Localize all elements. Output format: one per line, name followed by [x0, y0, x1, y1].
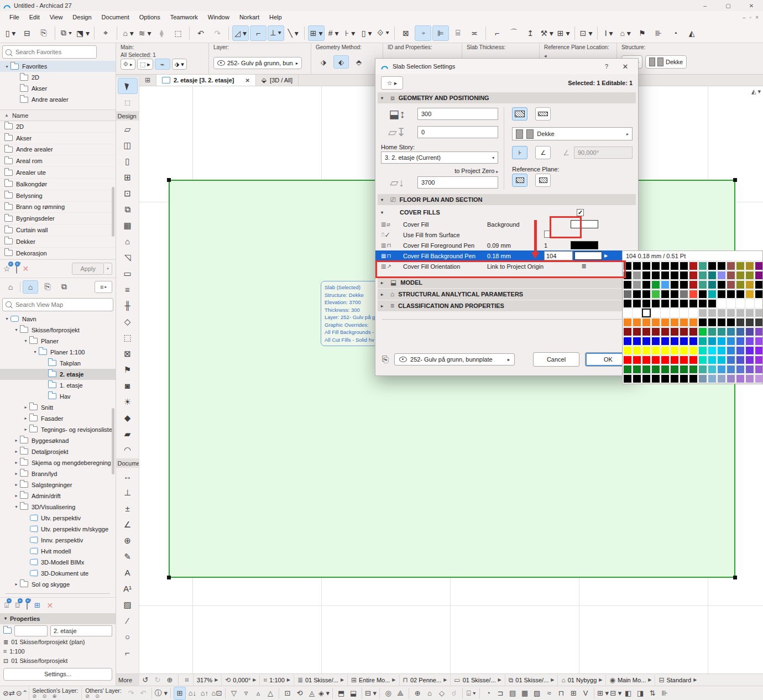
- view-id-field[interactable]: [14, 625, 48, 636]
- palette-swatch[interactable]: [680, 337, 688, 346]
- delete-button[interactable]: ✕: [23, 264, 29, 273]
- expand-icon[interactable]: ▸: [13, 493, 20, 498]
- add-folder-button[interactable]: [16, 264, 17, 273]
- minimize-button[interactable]: –: [693, 0, 717, 11]
- toolbar-button[interactable]: ⧫: [154, 26, 169, 40]
- fill-swatch[interactable]: [571, 220, 598, 228]
- cover-fills-subsection[interactable]: ▾ COVER FILLS ✓: [375, 206, 638, 219]
- favorites-item[interactable]: 2D: [0, 72, 116, 83]
- palette-swatch[interactable]: [623, 337, 632, 346]
- viewmap-tree-item[interactable]: 3D-Modell BIMx: [0, 557, 116, 568]
- palette-swatch[interactable]: [623, 299, 632, 308]
- palette-swatch[interactable]: [727, 337, 735, 346]
- statusbar-icon[interactable]: ⌻ ▾: [466, 687, 477, 699]
- palette-swatch[interactable]: [745, 280, 754, 289]
- toolbar-button[interactable]: ⌂ ▾: [618, 26, 633, 40]
- statusbar-icon[interactable]: ⊞: [174, 687, 186, 700]
- palette-swatch[interactable]: [642, 318, 651, 327]
- viewmap-tree-item[interactable]: ▸ Skjema og mengdeberegning: [0, 457, 116, 468]
- tool-button[interactable]: Design: [116, 111, 139, 121]
- tool-button[interactable]: ⊡: [118, 186, 137, 201]
- menu-item[interactable]: Design: [67, 12, 96, 22]
- toolbar-button[interactable]: ▯ ▾: [359, 26, 374, 40]
- statusbar-icon[interactable]: [279, 688, 279, 699]
- palette-swatch[interactable]: [727, 299, 735, 308]
- floorplan-section-header[interactable]: ▾ ⎚ FLOOR PLAN AND SECTION: [378, 194, 636, 205]
- palette-swatch[interactable]: [755, 346, 763, 355]
- palette-swatch[interactable]: [670, 337, 679, 346]
- palette-swatch[interactable]: [745, 290, 754, 299]
- expand-icon[interactable]: ▸: [13, 471, 20, 476]
- layer-combination-row[interactable]: ≣ 01 Skisse/forprosjekt (plan): [0, 638, 116, 647]
- palette-swatch[interactable]: [717, 374, 726, 383]
- name-list-item[interactable]: Akser: [0, 133, 116, 144]
- palette-swatch[interactable]: [736, 337, 745, 346]
- expand-icon[interactable]: ▸: [22, 427, 29, 432]
- toolbar-button[interactable]: ⌸: [450, 26, 466, 40]
- palette-swatch[interactable]: [623, 318, 632, 327]
- palette-swatch[interactable]: [755, 309, 763, 317]
- palette-swatch[interactable]: [651, 309, 660, 317]
- palette-swatch[interactable]: [623, 271, 632, 280]
- toolbar-button[interactable]: ⊟: [19, 26, 35, 40]
- viewmap-tree-item[interactable]: ▸ Byggesøknad: [0, 435, 116, 446]
- tool-button[interactable]: ▦: [118, 218, 137, 233]
- palette-swatch[interactable]: [670, 262, 679, 270]
- palette-swatch[interactable]: [736, 365, 745, 374]
- tool-button[interactable]: ✎: [118, 549, 137, 564]
- statusbar-icon[interactable]: ⊟ ▾: [365, 687, 377, 699]
- palette-swatch[interactable]: [680, 262, 688, 270]
- palette-swatch[interactable]: [680, 374, 688, 383]
- palette-swatch[interactable]: [698, 262, 707, 270]
- viewmap-tree-item[interactable]: 2. etasje: [0, 369, 116, 380]
- tool-button[interactable]: ∕: [118, 613, 137, 628]
- viewmap-tree-item[interactable]: ▾ Planer 1:100: [0, 347, 116, 358]
- palette-swatch[interactable]: [708, 309, 717, 317]
- palette-swatch[interactable]: [670, 374, 679, 383]
- mdi-minimize-icon[interactable]: –: [743, 14, 746, 20]
- viewmap-tree-item[interactable]: ▸ Detaljprosjekt: [0, 446, 116, 457]
- others-layer-icons[interactable]: ⊘ ⊙: [85, 693, 122, 699]
- menu-item[interactable]: View: [45, 12, 68, 22]
- elevation-input[interactable]: 3700: [417, 176, 498, 189]
- palette-swatch[interactable]: [651, 290, 660, 299]
- quickbar-icon[interactable]: [178, 675, 179, 686]
- viewmap-tree-item[interactable]: ▸ Salgstegninger: [0, 479, 116, 490]
- palette-swatch[interactable]: [642, 280, 651, 289]
- palette-swatch[interactable]: [708, 337, 717, 346]
- display-set-row[interactable]: ⊡ 01 Skisse/forprosjekt: [0, 656, 116, 666]
- palette-swatch[interactable]: [698, 318, 707, 327]
- palette-swatch[interactable]: [623, 280, 632, 289]
- palette-swatch[interactable]: [670, 309, 679, 317]
- toolbar-button[interactable]: ⊞ ▾: [556, 26, 571, 40]
- menu-item[interactable]: Teamwork: [165, 12, 203, 22]
- palette-swatch[interactable]: [736, 327, 745, 336]
- palette-swatch[interactable]: [745, 374, 754, 383]
- toolbar-button[interactable]: ⌖: [98, 26, 113, 40]
- quickbar-combo[interactable]: ≣ 01 Skisse/... ▶: [294, 675, 347, 686]
- palette-swatch[interactable]: [661, 356, 670, 364]
- layer-selector[interactable]: 252- Gulv på grunn, bun... ▸: [213, 57, 302, 69]
- palette-swatch[interactable]: [642, 337, 651, 346]
- palette-swatch[interactable]: [670, 280, 679, 289]
- palette-swatch[interactable]: [680, 365, 688, 374]
- tool-button[interactable]: ◠: [118, 442, 137, 457]
- statusbar-icon[interactable]: ⇅: [647, 687, 658, 699]
- statusbar-icon[interactable]: [479, 688, 480, 699]
- statusbar-icon[interactable]: ⊡: [282, 687, 293, 699]
- toolbar-button[interactable]: [228, 27, 229, 40]
- toolbar-button[interactable]: ⌐: [489, 26, 505, 40]
- tool-button[interactable]: ◹: [118, 250, 137, 265]
- palette-swatch[interactable]: [745, 262, 754, 270]
- tool-button[interactable]: ◙: [118, 378, 137, 393]
- palette-swatch[interactable]: [717, 271, 726, 280]
- palette-swatch[interactable]: [717, 309, 726, 317]
- toolbar-button[interactable]: I ▾: [601, 26, 616, 40]
- search-favorites-input[interactable]: [14, 48, 95, 56]
- structure-selector[interactable]: Dekke: [645, 55, 687, 69]
- statusbar-icon[interactable]: ☌: [448, 687, 459, 699]
- cover-fills-checkbox[interactable]: ✓: [577, 209, 584, 216]
- palette-swatch[interactable]: [755, 365, 763, 374]
- palette-swatch[interactable]: [698, 327, 707, 336]
- palette-swatch[interactable]: [642, 356, 651, 364]
